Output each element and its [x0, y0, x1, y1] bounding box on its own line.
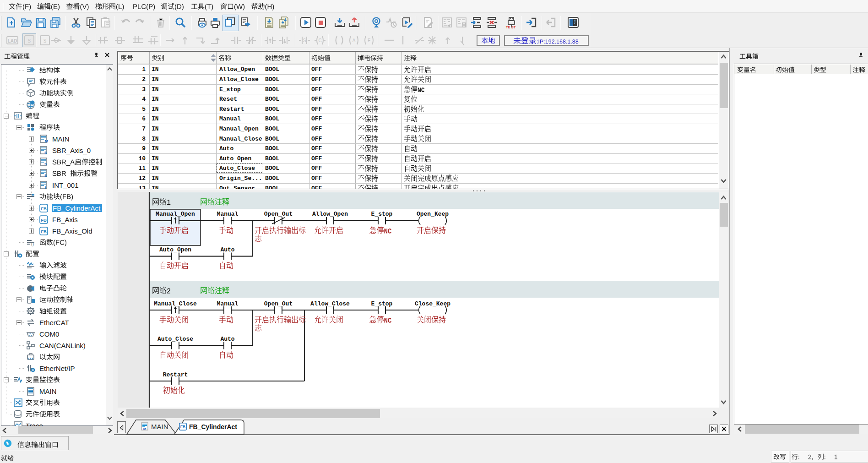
svg-text:S: S: [28, 38, 31, 44]
svg-text:F: F: [368, 38, 370, 43]
svg-text:A: A: [353, 38, 356, 43]
svg-text:I: I: [45, 185, 46, 190]
svg-text:M: M: [45, 139, 48, 143]
svg-text:TE ST: TE ST: [506, 25, 516, 29]
svg-text:FB: FB: [41, 206, 47, 211]
svg-text:S: S: [44, 174, 47, 178]
svg-text:(): (): [31, 242, 34, 246]
svg-text:S: S: [44, 151, 47, 155]
svg-text:S: S: [44, 162, 47, 166]
svg-text:FB: FB: [41, 218, 47, 223]
svg-text:LAD: LAD: [8, 38, 17, 44]
svg-text:FB: FB: [180, 425, 185, 429]
svg-text:S: S: [303, 38, 306, 43]
svg-text:C: C: [318, 38, 321, 43]
svg-text:FB: FB: [41, 229, 47, 234]
svg-text:S: S: [43, 38, 47, 44]
svg-text:M: M: [143, 427, 146, 431]
